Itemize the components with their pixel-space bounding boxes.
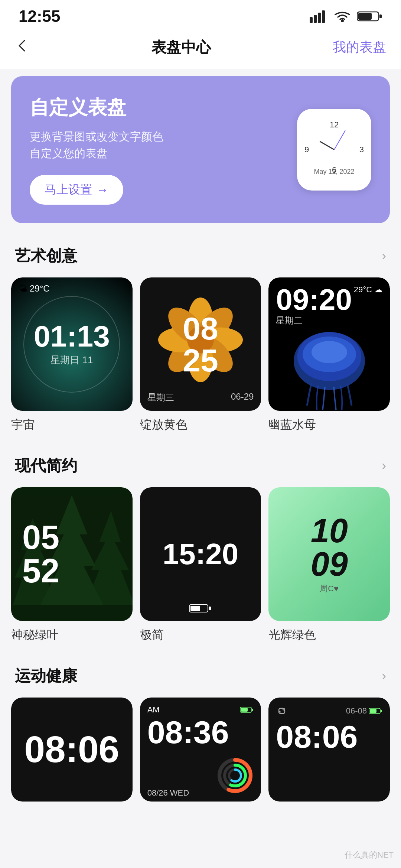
bloom-date: 06-29 bbox=[231, 391, 254, 403]
sports-grid: 08:06 AM 08:36 bbox=[0, 694, 401, 802]
watch-card-bloom[interactable]: 08 25 星期三 06-29 绽放黄色 bbox=[140, 277, 261, 433]
watch-face-clock: 12 3 6 9 May 12, 2022 bbox=[304, 120, 364, 179]
watch-face-minimal: 15:20 bbox=[140, 487, 261, 621]
svg-rect-7 bbox=[379, 14, 382, 18]
status-time: 12:55 bbox=[19, 7, 61, 26]
sport1-time: 08:06 bbox=[24, 728, 119, 771]
svg-point-20 bbox=[312, 341, 347, 363]
section-sports-arrow[interactable]: › bbox=[382, 668, 386, 684]
universe-ring bbox=[23, 296, 120, 393]
header: 表盘中心 我的表盘 bbox=[0, 30, 401, 69]
watch-face-sport2: AM 08:36 bbox=[140, 698, 261, 802]
section-modern-arrow[interactable]: › bbox=[382, 458, 386, 474]
bloom-day: 星期三 bbox=[147, 391, 174, 403]
green-time: 10 09 bbox=[311, 514, 348, 581]
green-subtext: 周C♥ bbox=[320, 583, 339, 594]
svg-rect-3 bbox=[322, 10, 325, 23]
svg-rect-25 bbox=[190, 606, 200, 611]
svg-point-4 bbox=[341, 19, 344, 22]
jelly-label: 幽蓝水母 bbox=[268, 417, 390, 433]
forest-label: 神秘绿叶 bbox=[11, 627, 133, 643]
svg-rect-29 bbox=[252, 709, 253, 711]
watch-date: May 12, 2022 bbox=[304, 168, 364, 176]
signal-icon bbox=[310, 10, 327, 23]
banner-watch-preview: 12 3 6 9 May 12, 2022 bbox=[297, 109, 371, 191]
svg-rect-37 bbox=[370, 709, 376, 713]
art-grid: 🌤 29°C 01:13 星期日 11 宇宙 bbox=[0, 274, 401, 448]
section-modern-title: 现代简约 bbox=[15, 455, 77, 476]
section-sports-header[interactable]: 运动健康 › bbox=[0, 658, 401, 694]
sport2-date: 08/26 WED bbox=[147, 788, 189, 798]
bloom-label: 绽放黄色 bbox=[140, 417, 261, 433]
section-art-header[interactable]: 艺术创意 › bbox=[0, 238, 401, 274]
universe-label: 宇宙 bbox=[11, 417, 133, 433]
setup-button-label: 马上设置 bbox=[45, 182, 92, 198]
bloom-time: 08 25 bbox=[183, 312, 218, 376]
watch-face-green: 10 09 周C♥ bbox=[268, 487, 390, 621]
sport3-top-icons: 06-08 bbox=[276, 705, 382, 717]
section-art-arrow[interactable]: › bbox=[382, 248, 386, 264]
bloom-bottom: 星期三 06-29 bbox=[140, 391, 261, 403]
watch-face-forest: 05 52 bbox=[11, 487, 133, 621]
sport3-date-top: 06-08 bbox=[346, 706, 367, 716]
sport2-time: 08:36 bbox=[147, 716, 229, 748]
minimal-label: 极简 bbox=[140, 627, 261, 643]
status-icons bbox=[310, 10, 382, 23]
back-button[interactable] bbox=[15, 38, 30, 57]
svg-rect-2 bbox=[318, 13, 321, 23]
sport3-time: 08:06 bbox=[276, 721, 358, 752]
sport3-link-icon bbox=[276, 705, 288, 717]
watch-face-sport3: 06-08 08:06 bbox=[268, 698, 390, 802]
status-bar: 12:55 bbox=[0, 0, 401, 30]
forest-time: 05 52 bbox=[22, 521, 59, 588]
jelly-time: 09:20 bbox=[268, 277, 359, 315]
setup-button[interactable]: 马上设置 → bbox=[30, 175, 123, 205]
watch-card-sport3[interactable]: 06-08 08:06 bbox=[268, 698, 390, 802]
watch-face-bloom: 08 25 星期三 06-29 bbox=[140, 277, 261, 411]
banner-content: 自定义表盘 更换背景图或改变文字颜色自定义您的表盘 马上设置 → bbox=[30, 95, 171, 205]
watch-card-minimal[interactable]: 15:20 极简 bbox=[140, 487, 261, 643]
jellyfish-svg bbox=[285, 329, 374, 411]
minimal-time: 15:20 bbox=[163, 537, 239, 571]
banner-title: 自定义表盘 bbox=[30, 95, 171, 121]
watch-face-sport1: 08:06 bbox=[11, 698, 133, 802]
universe-temp: 29°C bbox=[30, 283, 50, 294]
green-label: 光辉绿色 bbox=[268, 627, 390, 643]
battery-icon bbox=[357, 10, 382, 23]
page-title: 表盘中心 bbox=[151, 37, 211, 58]
modern-grid: 05 52 神秘绿叶 15:20 极简 bbox=[0, 484, 401, 658]
svg-rect-1 bbox=[314, 15, 317, 23]
section-sports-title: 运动健康 bbox=[15, 666, 77, 686]
customize-banner: 自定义表盘 更换背景图或改变文字颜色自定义您的表盘 马上设置 → 12 3 6 … bbox=[11, 76, 390, 223]
sport2-am: AM bbox=[147, 705, 160, 715]
minimal-battery bbox=[189, 603, 212, 614]
watch-card-forest[interactable]: 05 52 神秘绿叶 bbox=[11, 487, 133, 643]
watch-face-jellyfish: 29°C ☁ 09:20 星期二 bbox=[268, 277, 390, 411]
svg-marker-22 bbox=[85, 511, 132, 605]
watermark: 什么真的NET bbox=[345, 849, 394, 861]
watch-card-sport2[interactable]: AM 08:36 bbox=[140, 698, 261, 802]
svg-rect-26 bbox=[209, 607, 211, 610]
watch-hour-hand bbox=[319, 141, 334, 150]
setup-button-arrow: → bbox=[97, 183, 108, 197]
jelly-day: 星期二 bbox=[268, 315, 310, 326]
section-modern-header[interactable]: 现代简约 › bbox=[0, 448, 401, 484]
svg-rect-28 bbox=[241, 708, 248, 712]
universe-temp-badge: 🌤 29°C bbox=[19, 283, 50, 294]
sport2-ring-svg bbox=[216, 757, 254, 794]
sport3-battery-icon bbox=[369, 708, 382, 714]
svg-rect-6 bbox=[358, 13, 372, 20]
watch-face-universe: 🌤 29°C 01:13 星期日 11 bbox=[11, 277, 133, 411]
watch-card-universe[interactable]: 🌤 29°C 01:13 星期日 11 宇宙 bbox=[11, 277, 133, 433]
my-watchface-link[interactable]: 我的表盘 bbox=[333, 38, 386, 56]
wifi-icon bbox=[333, 10, 351, 23]
watch-minute-hand bbox=[334, 130, 346, 150]
watch-card-jellyfish[interactable]: 29°C ☁ 09:20 星期二 bbox=[268, 277, 390, 433]
svg-rect-0 bbox=[310, 17, 313, 23]
sport2-battery-icon bbox=[240, 706, 254, 713]
banner-subtitle: 更换背景图或改变文字颜色自定义您的表盘 bbox=[30, 128, 171, 162]
watch-card-sport1[interactable]: 08:06 bbox=[11, 698, 133, 802]
svg-rect-38 bbox=[381, 710, 382, 712]
watch-card-green[interactable]: 10 09 周C♥ 光辉绿色 bbox=[268, 487, 390, 643]
section-art-title: 艺术创意 bbox=[15, 246, 77, 266]
